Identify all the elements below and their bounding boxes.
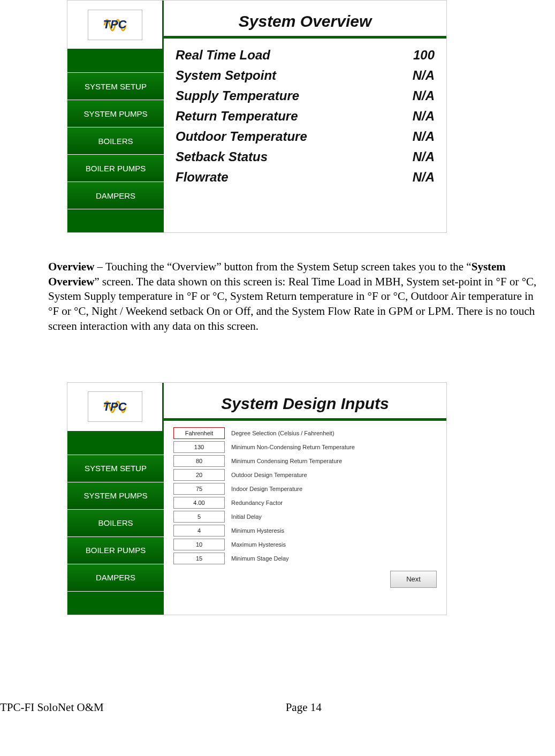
design-label: Degree Selection (Celsius / Fahrenheit) [231,430,334,436]
design-row: Minimum Hysteresis [173,525,441,536]
min-stage-delay-input[interactable] [173,553,225,564]
nav-dampers[interactable]: DAMPERS [67,182,164,209]
para-lead-rest: – Touching the “Overview” button from th… [94,260,471,273]
design-label: Maximum Hysteresis [231,541,286,548]
nav-system-setup[interactable]: SYSTEM SETUP [67,73,164,100]
nav-boiler-pumps[interactable]: BOILER PUMPS [67,155,164,182]
design-label: Minimum Hysteresis [231,527,284,534]
footer-doc-title: TPC-FI SoloNet O&M [0,701,104,714]
nav-dampers[interactable]: DAMPERS [67,564,164,592]
footer-page-number: Page 14 [286,701,322,714]
next-button[interactable]: Next [390,571,437,588]
nav-system-pumps[interactable]: SYSTEM PUMPS [67,100,164,127]
min-noncondensing-return-temp-input[interactable] [173,441,225,453]
screenshot-system-design-inputs: TPC SYSTEM SETUP SYSTEM PUMPS BOILERS BO… [67,382,447,615]
sidebar: TPC SYSTEM SETUP SYSTEM PUMPS BOILERS BO… [67,1,164,232]
min-condensing-return-temp-input[interactable] [173,455,225,467]
degree-selection-input[interactable] [173,427,225,439]
ov-value: N/A [413,88,435,103]
nav-boilers[interactable]: BOILERS [67,510,164,537]
ov-value: N/A [413,68,435,83]
overview-row: Real Time Load 100 [176,45,435,65]
overview-row: Flowrate N/A [176,167,435,187]
design-row: Minimum Stage Delay [173,553,441,564]
nav-boiler-pumps[interactable]: BOILER PUMPS [67,537,164,564]
ov-label: Supply Temperature [176,88,299,103]
ov-label: Setback Status [176,149,268,164]
ov-label: Real Time Load [176,48,270,63]
design-label: Outdoor Design Temperature [231,472,307,478]
design-row: Minimum Non-Condensing Return Temperatur… [173,441,441,453]
design-panel: System Design Inputs Degree Selection (C… [164,383,446,615]
min-hysteresis-input[interactable] [173,525,225,536]
design-label: Minimum Condensing Return Temperature [231,458,342,464]
overview-row: Setback Status N/A [176,147,435,167]
indoor-design-temp-input[interactable] [173,483,225,495]
design-row: Initial Delay [173,511,441,523]
ov-value: N/A [413,170,435,185]
design-label: Minimum Non-Condensing Return Temperatur… [231,444,355,450]
nav-boilers[interactable]: BOILERS [67,127,164,155]
screenshot-system-overview: TPC SYSTEM SETUP SYSTEM PUMPS BOILERS BO… [67,0,447,233]
design-row: Indoor Design Temperature [173,483,441,495]
logo-text: TPC [103,400,127,414]
design-row: Maximum Hysteresis [173,539,441,550]
ov-value: N/A [413,109,435,124]
design-row: Outdoor Design Temperature [173,469,441,481]
max-hysteresis-input[interactable] [173,539,225,550]
overview-panel: System Overview Real Time Load 100 Syste… [164,1,446,232]
para-lead-bold: Overview [48,260,94,273]
panel-title: System Design Inputs [164,383,446,421]
overview-paragraph: Overview – Touching the “Overview” butto… [48,260,542,334]
design-label: Initial Delay [231,513,262,520]
ov-value: N/A [413,129,435,144]
design-row: Redundancy Factor [173,497,441,509]
design-row: Degree Selection (Celsius / Fahrenheit) [173,427,441,439]
redundancy-factor-input[interactable] [173,497,225,509]
initial-delay-input[interactable] [173,511,225,523]
ov-value: N/A [413,149,435,164]
overview-row: Return Temperature N/A [176,106,435,126]
para-rest: ” screen. The data shown on this screen … [48,275,536,332]
overview-row: Outdoor Temperature N/A [176,126,435,147]
page-footer: TPC-FI SoloNet O&M Page 14 [0,701,555,714]
nav-system-setup[interactable]: SYSTEM SETUP [67,455,164,482]
design-label: Redundancy Factor [231,500,283,506]
design-row: Minimum Condensing Return Temperature [173,455,441,467]
overview-row: Supply Temperature N/A [176,86,435,106]
ov-label: System Setpoint [176,68,276,83]
tpc-logo: TPC [88,391,142,422]
ov-label: Return Temperature [176,109,298,124]
ov-label: Outdoor Temperature [176,129,307,144]
logo-cell: TPC [67,1,164,49]
outdoor-design-temp-input[interactable] [173,469,225,481]
design-label: Minimum Stage Delay [231,555,289,562]
panel-title: System Overview [164,1,446,39]
logo-text: TPC [103,18,127,32]
design-label: Indoor Design Temperature [231,486,302,492]
ov-label: Flowrate [176,170,229,185]
logo-cell: TPC [67,383,164,431]
nav-system-pumps[interactable]: SYSTEM PUMPS [67,482,164,510]
tpc-logo: TPC [88,10,142,40]
overview-row: System Setpoint N/A [176,65,435,86]
sidebar: TPC SYSTEM SETUP SYSTEM PUMPS BOILERS BO… [67,383,164,615]
ov-value: 100 [413,48,435,63]
